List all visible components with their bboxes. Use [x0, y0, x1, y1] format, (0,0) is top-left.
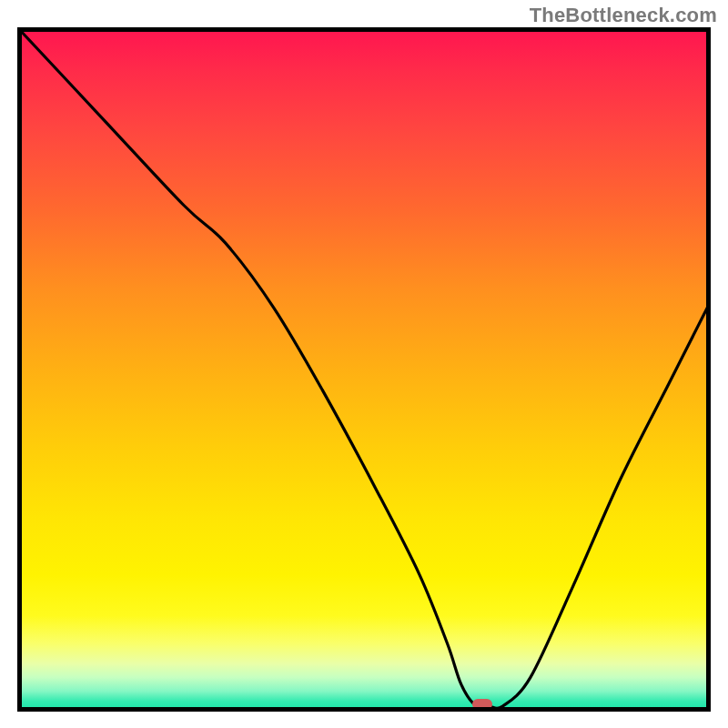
bottleneck-curve: [17, 27, 711, 712]
plot-area: [17, 27, 711, 712]
watermark-text: TheBottleneck.com: [530, 4, 717, 27]
chart-frame: TheBottleneck.com: [0, 0, 728, 728]
selected-point-marker: [472, 699, 492, 710]
